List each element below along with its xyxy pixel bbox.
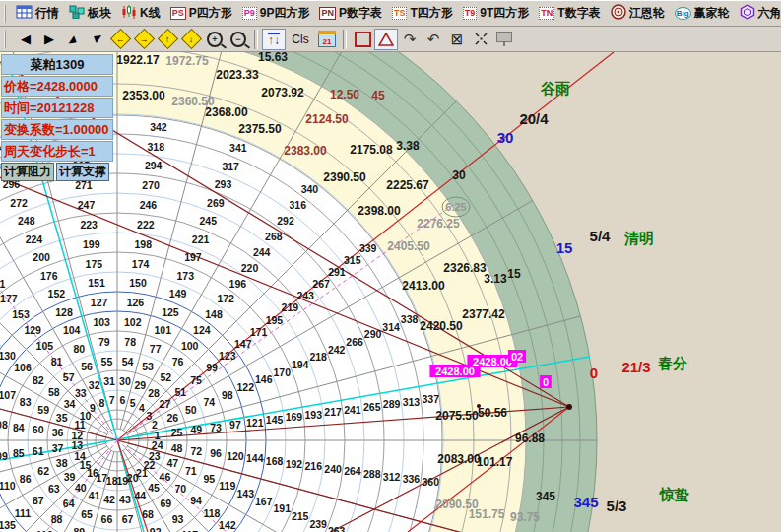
pan-down-button[interactable]: ↓ (179, 29, 203, 50)
wheel-number: 63 (48, 483, 60, 495)
wheel-number: 271 (75, 179, 93, 191)
wheel-number: 341 (229, 142, 247, 154)
price-label: 15 (507, 267, 521, 281)
wheel-number: 42 (103, 494, 115, 505)
presentation-button[interactable] (492, 29, 516, 50)
toolbar-item-label: 江恩轮 (629, 5, 665, 22)
wheel-number: 4 (139, 402, 145, 414)
toolbar-item-gann-wheel[interactable]: 江恩轮 (607, 2, 669, 25)
wheel-number: 151 (88, 277, 105, 289)
toolbar-grip[interactable] (4, 31, 9, 48)
wheel-number: 121 (246, 417, 264, 429)
wheel-number: 52 (160, 371, 171, 383)
wheel-number: 269 (207, 197, 225, 209)
toolbar-item-p-table[interactable]: PNP数字表 (315, 3, 386, 24)
wheel-number: 216 (305, 460, 323, 472)
nav-next-button[interactable]: ▶ (37, 29, 61, 50)
wheel-number: 100 (181, 340, 199, 352)
candlestick-icon (121, 5, 137, 22)
cls-button[interactable]: Cls (286, 29, 315, 50)
wheel-number: 118 (204, 507, 221, 519)
app-window: { "toolbar_main": { "items": [ {"label":… (0, 0, 781, 532)
wheel-number: 26 (167, 412, 179, 424)
toolbar-item-t-table[interactable]: TNT数字表 (535, 3, 604, 24)
price-label: 1922.17 (116, 53, 160, 67)
wheel-number: 149 (169, 288, 187, 299)
calendar-icon: 21 (318, 31, 336, 47)
circled-value-label: 6.25 (445, 201, 466, 213)
wheel-number: 294 (145, 160, 163, 171)
expand-button[interactable]: ⊠ (445, 29, 469, 50)
updown-toggle-button[interactable]: ↑↓ (262, 29, 286, 50)
wheel-number: 263 (328, 525, 346, 532)
wheel-number: 56 (81, 361, 93, 372)
rotate-step-down-button[interactable]: ▼ (85, 29, 108, 50)
price-label: 2276.25 (417, 217, 460, 231)
wheel-number: 173 (177, 270, 195, 282)
wheel-number: 177 (0, 293, 18, 304)
wheel-number: 241 (344, 404, 361, 416)
wheel-number: 37 (52, 442, 64, 454)
price-label: 2375.50 (238, 122, 282, 136)
wheel-number: 89 (74, 526, 86, 532)
toolbar-item-blocks[interactable]: 板块 (65, 3, 115, 24)
rotate-cw-button[interactable]: ↷ (398, 29, 422, 50)
wheel-number: 50 (185, 404, 197, 416)
wheel-number: 150 (129, 277, 147, 289)
pan-left-button[interactable]: ← (108, 29, 132, 50)
wheel-number: 27 (160, 398, 171, 410)
calc-support-button[interactable]: 计算支撑 (56, 163, 109, 181)
annotation-label: 345 (573, 494, 598, 510)
wheel-number: 312 (383, 471, 401, 483)
wheel-number: 55 (101, 356, 113, 367)
wheel-number: 66 (101, 513, 113, 525)
rotate-step-up-button[interactable]: ▲ (61, 29, 85, 50)
toolbar-item-label: 板块 (88, 5, 111, 22)
toolbar-item-winner-wheel[interactable]: Big赢家轮 (671, 3, 734, 24)
nav-prev-button[interactable]: ◀ (14, 29, 37, 50)
wheel-number: 146 (255, 373, 273, 385)
wheel-number: 75 (190, 374, 202, 386)
hexagon-icon (740, 4, 755, 23)
shrink-button[interactable] (469, 29, 492, 50)
wheel-number: 145 (266, 414, 284, 426)
toolbar-item-t-square[interactable]: TST四方形 (388, 3, 457, 24)
toolbar-item-hexagon[interactable]: 六角形 (736, 2, 781, 25)
price-label: 2124.50 (305, 112, 349, 126)
square-tool-button[interactable] (351, 29, 374, 50)
wheel-number: 68 (142, 508, 154, 520)
wheel-number: 105 (36, 340, 54, 352)
price-label: 2390.50 (323, 170, 366, 184)
pan-right-button[interactable]: → (132, 29, 156, 50)
quotes-table-icon (16, 5, 33, 22)
toolbar-item-candlestick[interactable]: K线 (117, 3, 164, 24)
wheel-number: 195 (266, 314, 284, 326)
wheel-number: 239 (309, 518, 327, 530)
diamond-right-icon: → (133, 29, 154, 49)
calendar-button[interactable]: 21 (315, 29, 339, 50)
toolbar-item-9t-square[interactable]: T99T四方形 (459, 3, 534, 24)
pan-up-button[interactable]: ↑ (156, 29, 179, 50)
gann-wheel-chart[interactable]: 1234567891011121314151617181920212223242… (0, 52, 781, 532)
zoom-in-icon: + (207, 32, 223, 47)
wheel-number: 171 (250, 326, 268, 338)
triangle-tool-button[interactable] (374, 29, 398, 50)
wheel-number: 62 (37, 465, 49, 477)
rotate-ccw-button[interactable]: ↶ (422, 29, 445, 50)
wheel-number: 224 (26, 233, 43, 245)
toolbar-item-quotes-table[interactable]: 行情 (12, 3, 63, 24)
wheel-number: 175 (86, 258, 103, 270)
wheel-number: 43 (119, 494, 131, 505)
price-label: 45 (371, 89, 385, 102)
toolbar-item-9p-square[interactable]: P99P四方形 (238, 3, 314, 24)
toolbar-item-p-square[interactable]: PSP四方形 (166, 3, 236, 24)
cls-label: Cls (292, 33, 308, 46)
wheel-number: 243 (296, 290, 314, 301)
wheel-number: 336 (403, 473, 421, 485)
wheel-number: 28 (148, 387, 160, 399)
calc-resistance-button[interactable]: 计算阻力 (1, 163, 54, 181)
zoom-in-button[interactable]: + (203, 29, 227, 50)
zoom-out-button[interactable]: − (227, 29, 250, 50)
price-label: 2353.00 (122, 89, 165, 102)
toolbar-grip[interactable] (4, 5, 6, 23)
